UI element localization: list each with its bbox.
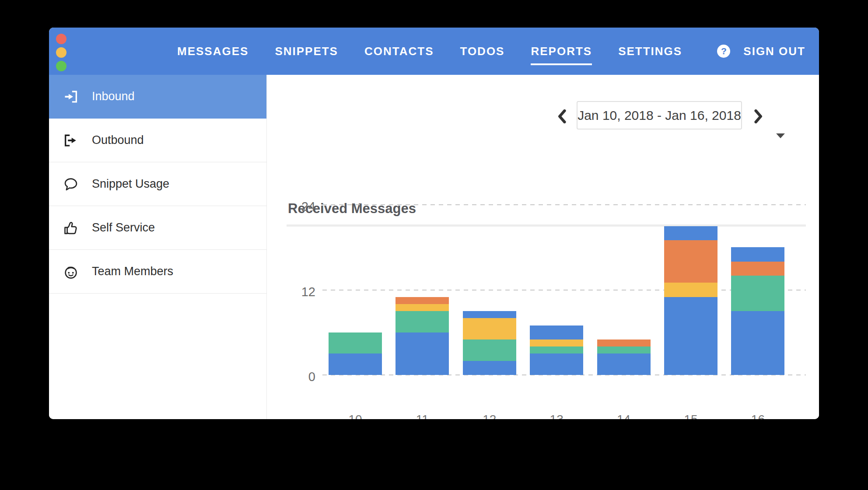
x-axis-label: 10: [329, 413, 382, 419]
nav-item-contacts[interactable]: CONTACTS: [364, 38, 434, 65]
bar-segment-yellow: [530, 340, 583, 346]
chart-plot: 0122410111213141516: [322, 205, 806, 375]
bar-segment-blue: [664, 226, 718, 240]
date-range-field[interactable]: Jan 10, 2018 - Jan 16, 2018: [577, 101, 742, 130]
nav-item-todos[interactable]: TODOS: [460, 38, 504, 65]
zoom-window-button[interactable]: [56, 61, 66, 71]
bar-segment-blue: [463, 361, 516, 375]
bar-day-10: [329, 332, 382, 375]
sidebar-item-self-service[interactable]: Self Service: [49, 206, 266, 250]
chevron-right-icon: [754, 109, 763, 123]
sidebar: Inbound Outbound Snippet Usage: [49, 75, 267, 419]
sidebar-item-snippet-usage[interactable]: Snippet Usage: [49, 162, 266, 206]
bar-segment-blue: [396, 332, 449, 375]
inbound-icon: [63, 89, 79, 105]
bar-segment-orange: [396, 297, 449, 304]
bar-segment-yellow: [664, 283, 718, 297]
sidebar-item-team-members[interactable]: Team Members: [49, 250, 266, 294]
bar-segment-green: [329, 332, 382, 354]
nav-bar: MESSAGES SNIPPETS CONTACTS TODOS REPORTS…: [49, 28, 819, 75]
previous-range-button[interactable]: [554, 108, 570, 125]
nav-item-snippets[interactable]: SNIPPETS: [275, 38, 338, 65]
bar-segment-green: [530, 346, 583, 354]
bar-segment-green: [597, 346, 651, 354]
sidebar-item-label: Snippet Usage: [92, 177, 169, 191]
bar-segment-orange: [597, 340, 651, 346]
bar-segment-blue: [664, 297, 718, 375]
window-controls: [56, 34, 66, 71]
bar-segment-blue: [530, 326, 583, 340]
bar-day-15: [664, 226, 718, 375]
bar-segment-green: [463, 340, 516, 361]
sign-out-button[interactable]: SIGN OUT: [743, 45, 805, 58]
nav-item-settings[interactable]: SETTINGS: [618, 38, 682, 65]
bar-day-16: [731, 247, 784, 375]
y-axis-label: 0: [289, 370, 315, 384]
speech-bubble-icon: [63, 176, 79, 192]
sidebar-item-label: Self Service: [92, 221, 155, 234]
bar-segment-yellow: [396, 304, 449, 311]
sidebar-item-inbound[interactable]: Inbound: [49, 75, 266, 119]
gridline-y-24: [322, 204, 806, 205]
sidebar-item-label: Team Members: [92, 265, 173, 278]
baby-face-icon: [63, 264, 79, 280]
bar-segment-blue: [597, 354, 651, 375]
date-range-dropdown-icon[interactable]: [776, 133, 785, 138]
bar-segment-green: [731, 276, 784, 311]
sidebar-item-label: Inbound: [92, 90, 135, 103]
y-axis-label: 24: [289, 200, 315, 214]
y-axis-label: 12: [289, 285, 315, 299]
bar-segment-blue: [463, 311, 516, 318]
x-axis-label: 12: [463, 413, 516, 419]
close-window-button[interactable]: [56, 34, 66, 44]
bar-day-13: [530, 326, 583, 375]
bar-day-11: [396, 297, 449, 375]
minimize-window-button[interactable]: [56, 47, 66, 58]
help-icon[interactable]: ?: [717, 45, 730, 58]
bar-segment-blue: [731, 311, 784, 375]
x-axis-label: 14: [597, 413, 651, 419]
bar-segment-green: [396, 311, 449, 332]
sidebar-item-outbound[interactable]: Outbound: [49, 119, 266, 162]
bar-segment-orange: [664, 240, 718, 283]
main-content: Jan 10, 2018 - Jan 16, 2018 Received Mes…: [267, 75, 819, 419]
bar-segment-orange: [731, 262, 784, 276]
bar-segment-yellow: [463, 318, 516, 340]
x-axis-label: 15: [664, 413, 718, 419]
outbound-icon: [63, 133, 79, 148]
x-axis-label: 11: [396, 413, 449, 419]
nav-item-messages[interactable]: MESSAGES: [177, 38, 248, 65]
bar-segment-blue: [530, 354, 583, 375]
chevron-left-icon: [557, 109, 566, 123]
bar-day-12: [463, 311, 516, 375]
bar-segment-blue: [329, 354, 382, 375]
x-axis-label: 13: [530, 413, 583, 419]
next-range-button[interactable]: [751, 108, 766, 125]
sidebar-item-label: Outbound: [92, 133, 144, 147]
thumbs-up-icon: [63, 220, 79, 236]
nav-item-reports[interactable]: REPORTS: [531, 38, 592, 65]
bar-day-14: [597, 340, 651, 375]
x-axis-label: 16: [731, 413, 784, 419]
bar-segment-blue: [731, 247, 784, 261]
app-window: MESSAGES SNIPPETS CONTACTS TODOS REPORTS…: [49, 28, 819, 419]
nav-right-group: ? SIGN OUT: [717, 28, 805, 75]
nav-menu: MESSAGES SNIPPETS CONTACTS TODOS REPORTS…: [177, 28, 682, 75]
